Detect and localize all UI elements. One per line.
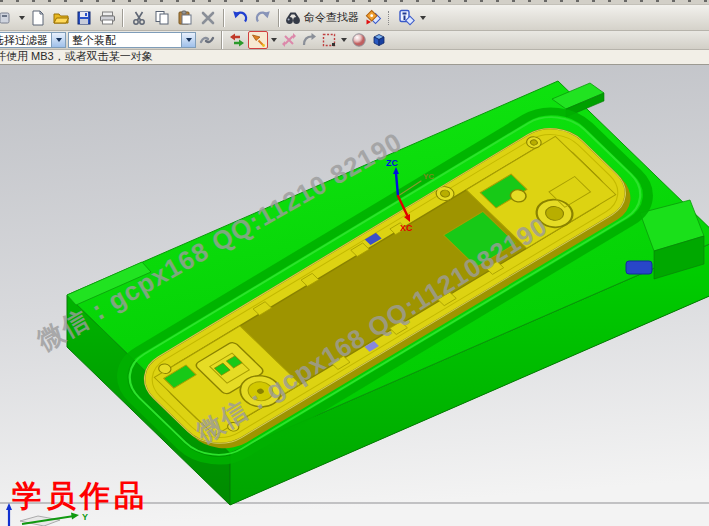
open-folder-icon bbox=[53, 10, 70, 26]
standard-toolbar: 命令查找器 bbox=[0, 5, 709, 31]
swap-arrows-button[interactable] bbox=[228, 32, 246, 48]
help-button[interactable] bbox=[363, 7, 385, 28]
sphere-icon bbox=[351, 32, 367, 48]
nx-cad-window: { "toolbar": { "command_finder_label": "… bbox=[0, 0, 709, 526]
chevron-down-icon[interactable] bbox=[51, 33, 65, 47]
command-finder-label[interactable]: 命令查找器 bbox=[304, 10, 359, 25]
prompt-bar: 并使用 MB3，或者双击某一对象 bbox=[0, 50, 709, 65]
move-arrows-icon bbox=[281, 32, 297, 48]
menu-overflow-icon bbox=[0, 10, 14, 26]
delete-x-icon bbox=[200, 10, 216, 26]
chevron-down-icon[interactable] bbox=[420, 16, 426, 20]
print-icon bbox=[99, 10, 116, 26]
selection-filter-value: 无选择过滤器 bbox=[0, 33, 51, 48]
cut-scissors-icon bbox=[131, 10, 147, 26]
selection-filter-combo[interactable]: 无选择过滤器 bbox=[0, 32, 66, 48]
chevron-down-icon[interactable] bbox=[181, 33, 195, 47]
selection-scope-combo[interactable]: 整个装配 bbox=[68, 32, 196, 48]
cut-button[interactable] bbox=[128, 7, 150, 28]
toolbar-separator bbox=[221, 31, 223, 49]
hook-arrow-button[interactable] bbox=[300, 32, 318, 48]
paste-clipboard-icon bbox=[177, 10, 193, 26]
sphere-tool-button[interactable] bbox=[350, 32, 368, 48]
window-display-button[interactable] bbox=[396, 7, 418, 28]
toolbar-separator bbox=[278, 9, 280, 27]
wcs-y-label: YC bbox=[423, 172, 434, 181]
snap-point-button-active[interactable] bbox=[248, 31, 268, 49]
snap-point-icon bbox=[250, 32, 266, 48]
marquee-select-button[interactable] bbox=[320, 32, 338, 48]
toolbar-separator bbox=[122, 9, 124, 27]
student-work-caption: 学员作品 bbox=[12, 479, 148, 512]
command-finder-icon bbox=[284, 10, 302, 26]
marquee-rectangle-icon bbox=[321, 32, 337, 48]
save-button[interactable] bbox=[73, 7, 95, 28]
chevron-down-icon[interactable] bbox=[341, 38, 347, 42]
work-box-button[interactable] bbox=[370, 32, 388, 48]
copy-icon bbox=[154, 10, 170, 26]
open-button[interactable] bbox=[50, 7, 72, 28]
hook-arrow-icon bbox=[301, 32, 317, 48]
command-finder-button[interactable] bbox=[284, 7, 302, 28]
hands-icon bbox=[199, 32, 215, 48]
graphics-viewport[interactable]: ZC XC YC 微信：gcpx168 QQ:11210 82190 微信：gc… bbox=[0, 65, 709, 526]
delete-button[interactable] bbox=[197, 7, 219, 28]
redo-arrow-icon bbox=[255, 10, 271, 26]
print-button[interactable] bbox=[96, 7, 118, 28]
toolbar-separator bbox=[388, 11, 393, 25]
graphics-window: ZC XC YC 微信：gcpx168 QQ:11210 82190 微信：gc… bbox=[0, 65, 709, 526]
selection-bar: 无选择过滤器 整个装配 bbox=[0, 31, 709, 50]
triad-y-label: Y bbox=[82, 512, 88, 522]
copy-button[interactable] bbox=[151, 7, 173, 28]
undo-button[interactable] bbox=[229, 7, 251, 28]
window-display-icon bbox=[398, 9, 416, 26]
menu-overflow-button[interactable] bbox=[0, 7, 17, 28]
move-arrows-button[interactable] bbox=[280, 32, 298, 48]
redo-button[interactable] bbox=[252, 7, 274, 28]
new-button[interactable] bbox=[27, 7, 49, 28]
toolbar-separator bbox=[223, 9, 225, 27]
hands-button[interactable] bbox=[198, 32, 216, 48]
chevron-down-icon[interactable] bbox=[271, 38, 277, 42]
swap-arrows-icon bbox=[229, 32, 245, 48]
wcs-x-label: XC bbox=[400, 223, 413, 233]
selection-scope-value: 整个装配 bbox=[69, 33, 181, 48]
prompt-message: 并使用 MB3，或者双击某一对象 bbox=[0, 50, 153, 63]
chevron-down-icon[interactable] bbox=[19, 16, 25, 20]
help-diamond-icon bbox=[365, 9, 383, 26]
save-icon bbox=[76, 10, 92, 26]
undo-arrow-icon bbox=[232, 10, 248, 26]
paste-button[interactable] bbox=[174, 7, 196, 28]
work-box-icon bbox=[371, 32, 387, 48]
blue-insert bbox=[626, 261, 652, 274]
new-file-icon bbox=[30, 10, 46, 26]
